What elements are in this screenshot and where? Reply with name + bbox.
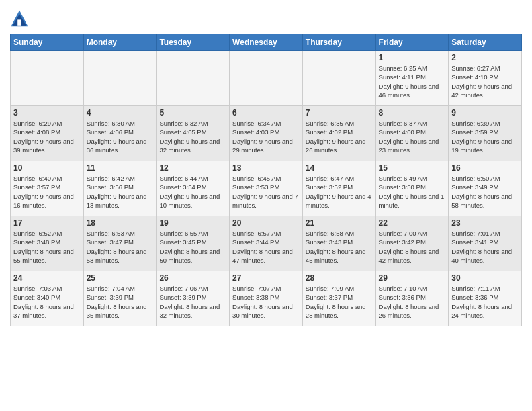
calendar-cell: 25Sunrise: 7:04 AM Sunset: 3:39 PM Dayli…: [83, 271, 157, 326]
calendar-body: 1Sunrise: 6:25 AM Sunset: 4:11 PM Daylig…: [11, 51, 522, 326]
day-number: 16: [451, 163, 519, 173]
day-info: Sunrise: 7:10 AM Sunset: 3:36 PM Dayligh…: [379, 284, 446, 320]
day-number: 3: [13, 108, 81, 118]
calendar-cell: 7Sunrise: 6:35 AM Sunset: 4:02 PM Daylig…: [302, 106, 375, 161]
calendar-cell: 8Sunrise: 6:37 AM Sunset: 4:00 PM Daylig…: [375, 106, 449, 161]
calendar-cell: 27Sunrise: 7:07 AM Sunset: 3:38 PM Dayli…: [230, 271, 303, 326]
day-number: 18: [87, 218, 154, 228]
week-row-4: 17Sunrise: 6:52 AM Sunset: 3:48 PM Dayli…: [11, 216, 522, 271]
day-number: 20: [232, 218, 300, 228]
calendar-cell: 3Sunrise: 6:29 AM Sunset: 4:08 PM Daylig…: [11, 106, 84, 161]
day-info: Sunrise: 6:49 AM Sunset: 3:50 PM Dayligh…: [379, 174, 446, 210]
day-number: 4: [87, 108, 154, 118]
day-info: Sunrise: 7:09 AM Sunset: 3:37 PM Dayligh…: [306, 284, 373, 320]
day-number: 15: [379, 163, 446, 173]
calendar-cell: 12Sunrise: 6:44 AM Sunset: 3:54 PM Dayli…: [157, 161, 230, 216]
day-info: Sunrise: 7:07 AM Sunset: 3:38 PM Dayligh…: [232, 284, 300, 320]
day-number: 17: [13, 218, 81, 228]
day-info: Sunrise: 6:47 AM Sunset: 3:52 PM Dayligh…: [306, 174, 373, 210]
day-info: Sunrise: 6:53 AM Sunset: 3:47 PM Dayligh…: [87, 229, 154, 265]
day-number: 12: [159, 163, 226, 173]
day-info: Sunrise: 6:45 AM Sunset: 3:53 PM Dayligh…: [232, 174, 300, 210]
calendar-cell: 18Sunrise: 6:53 AM Sunset: 3:47 PM Dayli…: [83, 216, 157, 271]
calendar-cell: 5Sunrise: 6:32 AM Sunset: 4:05 PM Daylig…: [157, 106, 230, 161]
day-info: Sunrise: 7:00 AM Sunset: 3:42 PM Dayligh…: [379, 229, 446, 265]
day-info: Sunrise: 7:01 AM Sunset: 3:41 PM Dayligh…: [451, 229, 519, 265]
svg-rect-2: [17, 19, 21, 25]
calendar-cell: [302, 51, 375, 106]
day-info: Sunrise: 6:57 AM Sunset: 3:44 PM Dayligh…: [232, 229, 300, 265]
day-number: 10: [13, 163, 81, 173]
header-cell-thursday: Thursday: [302, 34, 375, 51]
logo: [10, 9, 32, 28]
day-info: Sunrise: 6:55 AM Sunset: 3:45 PM Dayligh…: [159, 229, 226, 265]
day-info: Sunrise: 7:03 AM Sunset: 3:40 PM Dayligh…: [13, 284, 81, 320]
calendar-cell: 19Sunrise: 6:55 AM Sunset: 3:45 PM Dayli…: [157, 216, 230, 271]
day-number: 19: [159, 218, 226, 228]
day-number: 7: [306, 108, 373, 118]
day-number: 22: [379, 218, 446, 228]
day-number: 5: [159, 108, 226, 118]
calendar-cell: 1Sunrise: 6:25 AM Sunset: 4:11 PM Daylig…: [375, 51, 449, 106]
day-info: Sunrise: 6:39 AM Sunset: 3:59 PM Dayligh…: [451, 119, 519, 154]
day-number: 2: [451, 53, 519, 62]
calendar-cell: 15Sunrise: 6:49 AM Sunset: 3:50 PM Dayli…: [375, 161, 449, 216]
day-number: 13: [232, 163, 300, 173]
day-number: 27: [232, 273, 300, 283]
day-info: Sunrise: 6:34 AM Sunset: 4:03 PM Dayligh…: [232, 119, 300, 154]
calendar-cell: 9Sunrise: 6:39 AM Sunset: 3:59 PM Daylig…: [449, 106, 522, 161]
week-row-1: 1Sunrise: 6:25 AM Sunset: 4:11 PM Daylig…: [11, 51, 522, 106]
day-info: Sunrise: 6:52 AM Sunset: 3:48 PM Dayligh…: [13, 229, 81, 265]
calendar-cell: 21Sunrise: 6:58 AM Sunset: 3:43 PM Dayli…: [302, 216, 375, 271]
day-info: Sunrise: 7:06 AM Sunset: 3:39 PM Dayligh…: [159, 284, 226, 320]
calendar-cell: 4Sunrise: 6:30 AM Sunset: 4:06 PM Daylig…: [83, 106, 157, 161]
calendar-cell: [83, 51, 157, 106]
calendar-cell: [230, 51, 303, 106]
day-info: Sunrise: 7:04 AM Sunset: 3:39 PM Dayligh…: [87, 284, 154, 320]
day-info: Sunrise: 6:35 AM Sunset: 4:02 PM Dayligh…: [306, 119, 373, 154]
page-container: SundayMondayTuesdayWednesdayThursdayFrid…: [0, 0, 532, 330]
calendar-cell: [11, 51, 84, 106]
calendar-cell: 16Sunrise: 6:50 AM Sunset: 3:49 PM Dayli…: [449, 161, 522, 216]
header-cell-friday: Friday: [375, 34, 449, 51]
calendar-cell: 17Sunrise: 6:52 AM Sunset: 3:48 PM Dayli…: [11, 216, 84, 271]
day-info: Sunrise: 6:40 AM Sunset: 3:57 PM Dayligh…: [13, 174, 81, 210]
calendar-cell: 14Sunrise: 6:47 AM Sunset: 3:52 PM Dayli…: [302, 161, 375, 216]
day-number: 25: [87, 273, 154, 283]
calendar-cell: 20Sunrise: 6:57 AM Sunset: 3:44 PM Dayli…: [230, 216, 303, 271]
day-number: 21: [306, 218, 373, 228]
logo-icon: [10, 9, 29, 28]
calendar-cell: 26Sunrise: 7:06 AM Sunset: 3:39 PM Dayli…: [157, 271, 230, 326]
day-number: 6: [232, 108, 300, 118]
calendar-cell: 30Sunrise: 7:11 AM Sunset: 3:36 PM Dayli…: [449, 271, 522, 326]
day-number: 23: [451, 218, 519, 228]
day-number: 29: [379, 273, 446, 283]
day-number: 28: [306, 273, 373, 283]
day-info: Sunrise: 6:42 AM Sunset: 3:56 PM Dayligh…: [87, 174, 154, 210]
day-number: 24: [13, 273, 81, 283]
day-info: Sunrise: 6:29 AM Sunset: 4:08 PM Dayligh…: [13, 119, 81, 154]
day-number: 8: [379, 108, 446, 118]
header-cell-sunday: Sunday: [11, 34, 84, 51]
day-info: Sunrise: 7:11 AM Sunset: 3:36 PM Dayligh…: [451, 284, 519, 320]
week-row-3: 10Sunrise: 6:40 AM Sunset: 3:57 PM Dayli…: [11, 161, 522, 216]
day-info: Sunrise: 6:25 AM Sunset: 4:11 PM Dayligh…: [379, 64, 446, 99]
calendar-cell: 10Sunrise: 6:40 AM Sunset: 3:57 PM Dayli…: [11, 161, 84, 216]
day-info: Sunrise: 6:44 AM Sunset: 3:54 PM Dayligh…: [159, 174, 226, 210]
week-row-5: 24Sunrise: 7:03 AM Sunset: 3:40 PM Dayli…: [11, 271, 522, 326]
calendar-cell: 6Sunrise: 6:34 AM Sunset: 4:03 PM Daylig…: [230, 106, 303, 161]
calendar-cell: 22Sunrise: 7:00 AM Sunset: 3:42 PM Dayli…: [375, 216, 449, 271]
day-number: 26: [159, 273, 226, 283]
calendar-cell: 23Sunrise: 7:01 AM Sunset: 3:41 PM Dayli…: [449, 216, 522, 271]
header-cell-wednesday: Wednesday: [230, 34, 303, 51]
day-info: Sunrise: 6:27 AM Sunset: 4:10 PM Dayligh…: [451, 64, 519, 99]
header-row: SundayMondayTuesdayWednesdayThursdayFrid…: [11, 34, 522, 51]
calendar-header: SundayMondayTuesdayWednesdayThursdayFrid…: [11, 34, 522, 51]
calendar-cell: 28Sunrise: 7:09 AM Sunset: 3:37 PM Dayli…: [302, 271, 375, 326]
header: [10, 7, 522, 28]
day-info: Sunrise: 6:58 AM Sunset: 3:43 PM Dayligh…: [306, 229, 373, 265]
calendar-table: SundayMondayTuesdayWednesdayThursdayFrid…: [10, 34, 522, 326]
calendar-cell: 13Sunrise: 6:45 AM Sunset: 3:53 PM Dayli…: [230, 161, 303, 216]
day-number: 1: [379, 53, 446, 62]
calendar-cell: 2Sunrise: 6:27 AM Sunset: 4:10 PM Daylig…: [449, 51, 522, 106]
